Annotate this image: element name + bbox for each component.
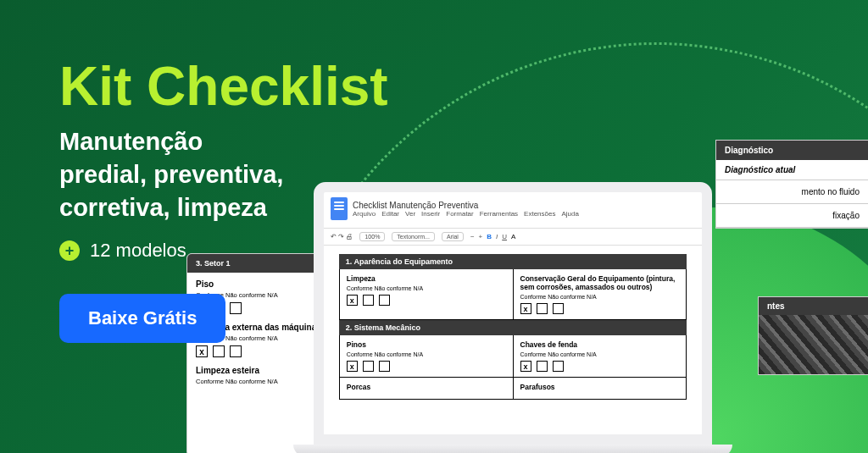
models-count: 12 modelos [90,240,186,262]
laptop-base [293,445,732,453]
checkbox-empty-icon [537,361,548,372]
checkbox-empty-icon [213,345,225,357]
field-label: Porcas [347,383,506,391]
subheadline: Manutenção predial, preventiva, corretiv… [59,125,388,224]
diag-line: mento no fluido [716,180,868,204]
section-header: 1. Aparência do Equipamento [339,254,687,269]
field-label: Chaves de fenda [520,340,680,349]
checkbox-x-icon: x [196,345,208,357]
checkbox-empty-icon [363,361,374,372]
check-options-label: Conforme Não conforme N/A [347,351,506,357]
check-options-label: Conforme Não conforme N/A [520,351,680,357]
diagnostic-card: Diagnóstico Diagnóstico atual mento no f… [715,140,868,229]
checkbox-x-icon: x [520,303,531,314]
diag-line: fixação [716,204,868,228]
section-header: 2. Sistema Mecânico [339,320,687,335]
checkbox-empty-icon [379,361,390,372]
download-free-button[interactable]: Baixe Grátis [59,294,225,343]
section-header: Diagnóstico [716,141,868,160]
texture-image [759,315,868,374]
checkbox-x-icon: x [347,361,358,372]
models-row: + 12 modelos [59,240,388,262]
ntes-card: ntes [758,296,868,375]
field-label: Conservação Geral do Equipamento (pintur… [520,274,680,291]
plus-icon: + [59,240,80,261]
checkbox-empty-icon [553,361,564,372]
field-label: Parafusos [520,383,680,391]
check-options-label: Conforme Não conforme N/A [520,294,680,300]
headline: Kit Checklist [59,59,388,113]
section-header: ntes [759,297,868,315]
checkbox-empty-icon [230,345,242,357]
checkbox-x-icon: x [520,361,531,372]
checkbox-empty-icon [537,303,548,314]
checkbox-empty-icon [553,303,564,314]
diag-subtitle: Diagnóstico atual [716,160,868,180]
hero-content: Kit Checklist Manutenção predial, preven… [59,59,388,343]
